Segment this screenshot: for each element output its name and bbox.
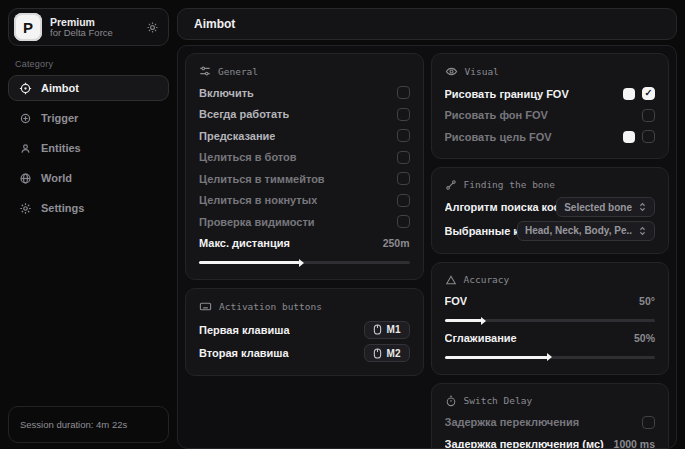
page-header: Aimbot [177, 8, 677, 40]
target-bots-checkbox[interactable] [397, 151, 410, 164]
settings-icon [19, 202, 32, 215]
max-distance-value: 250m [383, 237, 410, 249]
toggle-row-target-teammates: Целиться в тиммейтов [199, 168, 410, 190]
switch-delay-ms-label: Задержка переключения (мс) [445, 438, 604, 449]
fov-label: FOV [445, 295, 468, 307]
draw-fov-border-checkbox[interactable] [642, 87, 655, 100]
card-accuracy-header: Accuracy [445, 274, 656, 286]
card-finding-bone: Finding the bone Алгоритм поиска кост Se… [431, 167, 670, 254]
main-area: Aimbot General Включить [177, 0, 685, 449]
card-accuracy: Accuracy FOV 50° Сглаживание 50% [431, 262, 670, 375]
sidebar-item-label: Aimbot [41, 82, 79, 94]
world-icon [19, 172, 32, 185]
bone-algorithm-select[interactable]: Selected bone [556, 197, 655, 217]
fov-row: FOV 50° [445, 291, 656, 313]
enable-checkbox[interactable] [397, 86, 410, 99]
prediction-checkbox[interactable] [397, 129, 410, 142]
app-logo: P [14, 13, 42, 41]
selected-bones-row: Выбранные кос Head, Neck, Body, Pe.. [445, 219, 656, 243]
first-key-bind-button[interactable]: M1 [364, 321, 410, 339]
bone-icon [445, 179, 457, 191]
draw-fov-background-checkbox[interactable] [642, 109, 655, 122]
card-general: General Включить Всегда работать Предска… [185, 53, 424, 280]
card-title: Finding the bone [464, 179, 556, 190]
toggle-label: Всегда работать [199, 108, 289, 120]
switch-delay-toggle-row: Задержка переключения [445, 412, 656, 434]
visibility-check-checkbox[interactable] [397, 215, 410, 228]
left-column: General Включить Всегда работать Предска… [185, 53, 424, 376]
fov-target-color-swatch[interactable] [623, 131, 635, 143]
toggle-row-enable: Включить [199, 82, 410, 104]
toggle-label: Целиться в нокнутых [199, 194, 317, 206]
sidebar-item-label: Entities [41, 142, 81, 154]
bone-algorithm-row: Алгоритм поиска кост Selected bone [445, 196, 656, 220]
sidebar-item-aimbot[interactable]: Aimbot [8, 75, 169, 101]
keyboard-icon [199, 300, 212, 313]
session-duration: Session duration: 4m 22s [8, 406, 169, 443]
switch-delay-checkbox[interactable] [642, 416, 655, 429]
card-switch-delay: Switch Delay Задержка переключения Задер… [431, 383, 670, 449]
card-activation-header: Activation buttons [199, 300, 410, 313]
switch-delay-ms-value: 1000 ms [614, 438, 655, 449]
sidebar-item-label: Trigger [41, 112, 78, 124]
card-finding-bone-header: Finding the bone [445, 179, 656, 191]
content-panel: General Включить Всегда работать Предска… [177, 45, 677, 449]
card-title: Activation buttons [219, 301, 322, 312]
right-column: Visual Рисовать границу FOV Рисовать фон… [431, 53, 670, 449]
category-label: Category [15, 59, 169, 69]
app-subtitle: for Delta Force [50, 28, 113, 39]
draw-fov-target-checkbox[interactable] [642, 130, 655, 143]
slider-fill[interactable] [199, 261, 300, 264]
second-key-label: Вторая клавиша [199, 347, 289, 359]
target-knocked-checkbox[interactable] [397, 194, 410, 207]
bone-algorithm-value: Selected bone [564, 202, 632, 213]
toggle-label: Включить [199, 87, 254, 99]
sidebar-item-label: Settings [41, 202, 84, 214]
trigger-icon [19, 112, 32, 125]
switch-delay-toggle-label: Задержка переключения [445, 416, 580, 428]
draw-fov-border-row: Рисовать границу FOV [445, 83, 656, 105]
sidebar-item-settings[interactable]: Settings [8, 195, 169, 221]
mouse-icon [373, 348, 382, 359]
toggle-label: Целиться в тиммейтов [199, 173, 325, 185]
chevrons-up-down-icon [638, 226, 647, 236]
fov-slider[interactable] [445, 319, 656, 322]
smoothing-row: Сглаживание 50% [445, 327, 656, 349]
toggle-row-visibility-check: Проверка видимости [199, 211, 410, 233]
sidebar-nav: Aimbot Trigger Entities [8, 75, 169, 221]
second-key-bind-button[interactable]: M2 [364, 344, 410, 362]
eye-icon [445, 65, 458, 78]
sliders-icon [199, 65, 211, 77]
card-title: Accuracy [464, 274, 510, 285]
entities-icon [19, 142, 32, 155]
smoothing-value: 50% [634, 332, 655, 344]
second-key-value: M2 [387, 348, 401, 359]
timer-icon [445, 395, 457, 407]
card-general-header: General [199, 65, 410, 77]
card-title: Visual [465, 66, 499, 77]
draw-fov-background-row: Рисовать фон FOV [445, 105, 656, 127]
sidebar-item-trigger[interactable]: Trigger [8, 105, 169, 131]
sidebar-item-entities[interactable]: Entities [8, 135, 169, 161]
slider-fill[interactable] [445, 319, 483, 322]
first-key-value: M1 [387, 324, 401, 335]
selected-bones-select[interactable]: Head, Neck, Body, Pe.. [517, 221, 655, 241]
always-work-checkbox[interactable] [397, 108, 410, 121]
second-key-row: Вторая клавиша M2 [199, 342, 410, 366]
target-teammates-checkbox[interactable] [397, 172, 410, 185]
max-distance-slider[interactable] [199, 261, 410, 264]
card-activation-buttons: Activation buttons Первая клавиша M1 [185, 288, 424, 376]
card-switch-delay-header: Switch Delay [445, 395, 656, 407]
fov-border-color-swatch[interactable] [623, 88, 635, 100]
sidebar-item-world[interactable]: World [8, 165, 169, 191]
smoothing-slider[interactable] [445, 356, 656, 359]
fov-value: 50° [639, 295, 655, 307]
app-brand: P Premium for Delta Force [8, 8, 169, 46]
switch-delay-ms-row: Задержка переключения (мс) 1000 ms [445, 433, 656, 449]
mouse-icon [373, 324, 382, 335]
crosshair-icon [19, 82, 32, 95]
app-window: P Premium for Delta Force Category [0, 0, 685, 449]
gear-icon[interactable] [146, 21, 159, 34]
slider-fill[interactable] [445, 356, 548, 359]
app-name: Premium [50, 16, 113, 28]
